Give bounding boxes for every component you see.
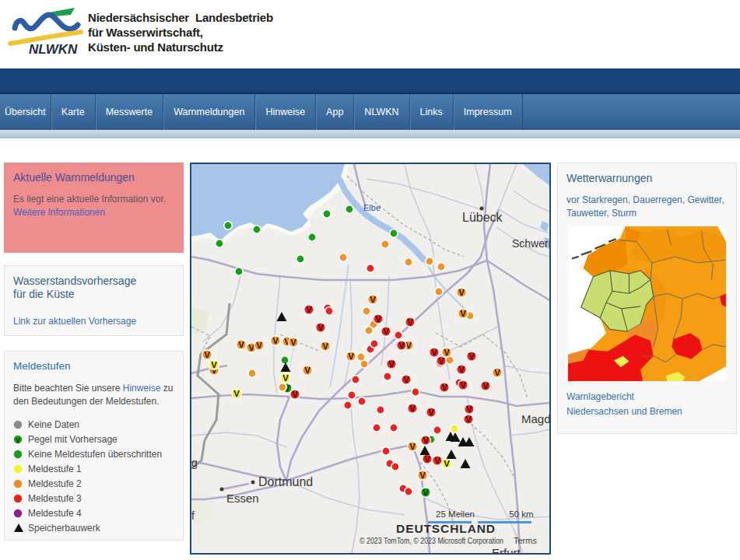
svg-text:25 Meilen: 25 Meilen xyxy=(436,509,475,519)
svg-text:V: V xyxy=(304,366,310,375)
svg-text:V: V xyxy=(460,380,466,390)
svg-text:V: V xyxy=(466,404,472,414)
svg-text:V: V xyxy=(460,309,466,318)
svg-text:g: g xyxy=(191,457,198,469)
svg-text:V: V xyxy=(431,348,437,357)
svg-text:Elbe: Elbe xyxy=(363,203,381,212)
svg-text:V: V xyxy=(409,442,416,451)
svg-text:DEUTSCHLAND: DEUTSCHLAND xyxy=(396,522,496,535)
svg-text:V: V xyxy=(272,336,279,345)
svg-text:Terms: Terms xyxy=(514,536,537,545)
svg-text:V: V xyxy=(403,375,409,384)
svg-text:V: V xyxy=(292,390,298,399)
svg-text:V: V xyxy=(434,456,440,465)
svg-text:V: V xyxy=(383,327,389,336)
svg-text:V: V xyxy=(306,305,312,314)
svg-text:50 km: 50 km xyxy=(509,509,533,519)
svg-text:V: V xyxy=(428,408,434,417)
svg-text:V: V xyxy=(256,341,262,350)
svg-text:V: V xyxy=(482,381,489,390)
svg-text:f: f xyxy=(191,509,195,522)
svg-text:NLWKN: NLWKN xyxy=(29,42,78,56)
svg-text:V: V xyxy=(444,348,450,357)
svg-text:V: V xyxy=(444,459,450,468)
svg-text:V: V xyxy=(211,360,217,369)
svg-text:Lübeck: Lübeck xyxy=(462,211,503,224)
svg-text:V: V xyxy=(238,340,244,349)
svg-text:Magde: Magde xyxy=(521,412,551,425)
svg-text:V: V xyxy=(348,352,354,361)
svg-text:Essen: Essen xyxy=(226,492,259,505)
svg-text:V: V xyxy=(16,436,20,444)
svg-text:V: V xyxy=(233,389,240,398)
svg-text:V: V xyxy=(375,314,381,324)
svg-text:V: V xyxy=(424,454,430,464)
svg-text:V: V xyxy=(388,359,395,369)
svg-text:V: V xyxy=(290,338,296,347)
svg-text:V: V xyxy=(458,365,465,374)
svg-text:V: V xyxy=(204,350,210,359)
svg-text:V: V xyxy=(398,341,405,350)
svg-text:Dortmund: Dortmund xyxy=(258,475,313,488)
svg-text:Schwerin: Schwerin xyxy=(512,237,551,250)
svg-text:V: V xyxy=(322,341,328,351)
svg-text:V: V xyxy=(409,404,416,413)
svg-text:V: V xyxy=(248,343,254,352)
svg-text:V: V xyxy=(419,471,426,480)
svg-text:V: V xyxy=(438,356,444,366)
svg-text:V: V xyxy=(441,383,447,392)
svg-text:© 2023 TomTom, © 2023 Microsof: © 2023 TomTom, © 2023 Microsoft Corporat… xyxy=(359,536,503,545)
svg-text:V: V xyxy=(458,288,465,297)
svg-text:V: V xyxy=(423,488,429,497)
svg-text:V: V xyxy=(423,436,429,445)
svg-text:V: V xyxy=(282,373,289,383)
svg-text:V: V xyxy=(465,415,472,424)
svg-text:V: V xyxy=(494,368,500,377)
svg-text:V: V xyxy=(468,352,475,361)
svg-text:V: V xyxy=(317,323,324,332)
svg-text:V: V xyxy=(370,295,376,304)
svg-text:V: V xyxy=(407,317,413,327)
